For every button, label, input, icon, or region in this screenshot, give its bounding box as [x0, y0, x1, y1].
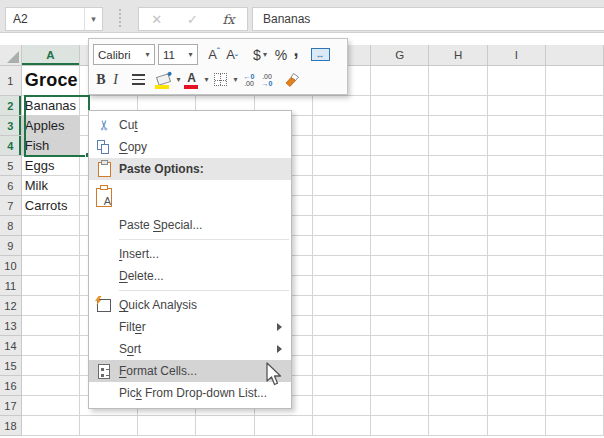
cell[interactable]: [429, 236, 487, 256]
cell[interactable]: [313, 256, 371, 276]
cell[interactable]: [371, 396, 429, 416]
cell[interactable]: [429, 296, 487, 316]
cell[interactable]: [488, 416, 546, 436]
menu-item-cut[interactable]: ✂Cut: [89, 114, 291, 136]
cell[interactable]: [313, 176, 371, 196]
cell-A5[interactable]: Eggs: [22, 156, 80, 176]
name-box-dropdown-icon[interactable]: ▾: [84, 8, 102, 30]
format-painter-button[interactable]: [283, 69, 301, 90]
cell[interactable]: [196, 416, 254, 436]
cell[interactable]: [313, 236, 371, 256]
row-header-4[interactable]: 4: [0, 136, 22, 156]
cell-A6[interactable]: Milk: [22, 176, 80, 196]
cell[interactable]: [371, 96, 429, 116]
row-header-5[interactable]: 5: [0, 156, 22, 176]
cell[interactable]: [546, 196, 604, 216]
cell[interactable]: [313, 396, 371, 416]
borders-dropdown[interactable]: ▾: [229, 69, 240, 90]
cell-A11[interactable]: [22, 276, 80, 296]
menu-item-copy[interactable]: Copy: [89, 136, 291, 158]
cell[interactable]: [488, 296, 546, 316]
cell-A15[interactable]: [22, 356, 80, 376]
align-center-button[interactable]: [129, 69, 147, 90]
cell[interactable]: [138, 416, 196, 436]
cell[interactable]: [313, 416, 371, 436]
merge-center-button[interactable]: ↔: [309, 44, 331, 65]
insert-function-icon[interactable]: fx: [222, 12, 234, 27]
cell[interactable]: [546, 236, 604, 256]
cell[interactable]: [313, 96, 371, 116]
cell[interactable]: [546, 416, 604, 436]
cell[interactable]: [371, 276, 429, 296]
cell[interactable]: [371, 256, 429, 276]
cell[interactable]: [313, 216, 371, 236]
cell[interactable]: [488, 96, 546, 116]
cell[interactable]: [429, 416, 487, 436]
column-header-H[interactable]: H: [429, 45, 487, 66]
cell[interactable]: [429, 376, 487, 396]
row-header-16[interactable]: 16: [0, 376, 22, 396]
decrease-font-size-button[interactable]: A ˇ: [223, 44, 241, 65]
row-header-8[interactable]: 8: [0, 216, 22, 236]
bold-button[interactable]: B: [93, 69, 109, 90]
menu-item-paste-keep-formatting[interactable]: [89, 180, 291, 214]
row-header-7[interactable]: 7: [0, 196, 22, 216]
cell[interactable]: [488, 216, 546, 236]
row-header-15[interactable]: 15: [0, 356, 22, 376]
cell[interactable]: [488, 336, 546, 356]
cell[interactable]: [546, 316, 604, 336]
cell[interactable]: [371, 336, 429, 356]
cell-A8[interactable]: [22, 216, 80, 236]
borders-button[interactable]: [211, 69, 229, 90]
cell[interactable]: [488, 136, 546, 156]
cell[interactable]: [488, 66, 546, 96]
column-header-G[interactable]: G: [371, 45, 429, 66]
cell[interactable]: [546, 256, 604, 276]
cell[interactable]: [313, 356, 371, 376]
cell[interactable]: [371, 216, 429, 236]
cell-A13[interactable]: [22, 316, 80, 336]
cell[interactable]: [371, 66, 429, 96]
cell[interactable]: [313, 156, 371, 176]
column-header-A[interactable]: A: [22, 45, 80, 66]
cell[interactable]: [371, 156, 429, 176]
cell[interactable]: [371, 416, 429, 436]
cell[interactable]: [488, 276, 546, 296]
column-header-I[interactable]: I: [488, 45, 546, 66]
cell[interactable]: [488, 236, 546, 256]
italic-button[interactable]: I: [109, 69, 122, 90]
chevron-down-icon[interactable]: ▾: [184, 50, 197, 59]
menu-item-insert[interactable]: Insert...: [89, 243, 291, 265]
cell[interactable]: [429, 356, 487, 376]
fill-color-button[interactable]: [154, 71, 172, 89]
cell[interactable]: [313, 116, 371, 136]
cell-A18[interactable]: [22, 416, 80, 436]
cell[interactable]: [371, 176, 429, 196]
cell[interactable]: [488, 316, 546, 336]
row-header-13[interactable]: 13: [0, 316, 22, 336]
cell-A2[interactable]: Bananas: [22, 96, 80, 116]
cell[interactable]: [429, 156, 487, 176]
cell[interactable]: [429, 396, 487, 416]
cell[interactable]: [371, 236, 429, 256]
fill-color-dropdown[interactable]: ▾: [172, 69, 183, 90]
row-header-18[interactable]: 18: [0, 416, 22, 436]
font-name-combo[interactable]: Calibri ▾: [93, 44, 155, 65]
menu-item-format-cells[interactable]: Format Cells...: [89, 360, 291, 382]
formula-input[interactable]: Bananas: [252, 7, 604, 31]
cell[interactable]: [313, 136, 371, 156]
cell[interactable]: [313, 336, 371, 356]
cell[interactable]: [546, 216, 604, 236]
row-header-3[interactable]: 3: [0, 116, 22, 136]
cell[interactable]: [488, 196, 546, 216]
chevron-down-icon[interactable]: ▾: [141, 50, 154, 59]
cell[interactable]: [429, 216, 487, 236]
cell[interactable]: [546, 276, 604, 296]
cell[interactable]: [429, 136, 487, 156]
cell[interactable]: [488, 396, 546, 416]
cell[interactable]: [429, 276, 487, 296]
cell[interactable]: [488, 176, 546, 196]
cell[interactable]: [313, 316, 371, 336]
cell[interactable]: [546, 66, 604, 96]
cell[interactable]: [371, 116, 429, 136]
